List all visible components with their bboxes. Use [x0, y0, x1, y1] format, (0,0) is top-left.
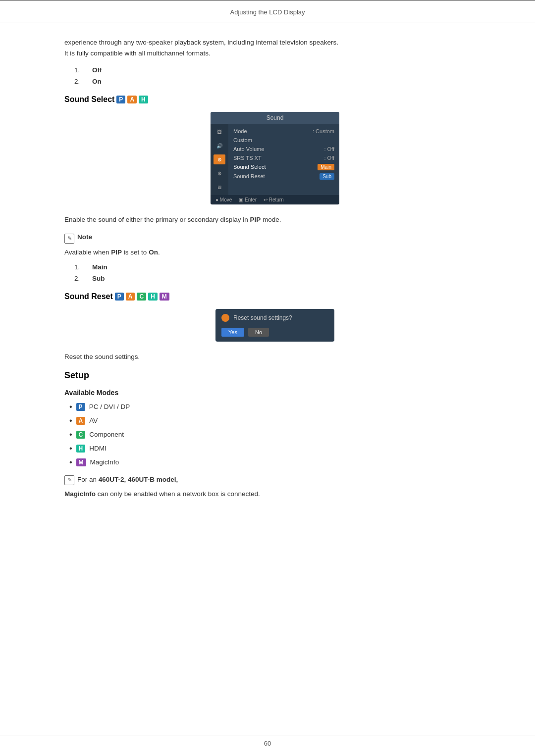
menu-icon-5: 🖥 [214, 182, 225, 192]
reset-dialog-mockup: Reset sound settings? Yes No [64, 309, 485, 342]
menu-footer-return: ↩ Return [264, 197, 284, 202]
content-area: experience through any two-speaker playb… [0, 32, 535, 529]
dialog-text: Reset sound settings? [233, 314, 292, 321]
bullet-pc: • [69, 403, 72, 411]
badge-c: C [76, 431, 86, 439]
header-title: Adjusting the LCD Display [230, 8, 305, 16]
srs-option-2-val: On [92, 78, 102, 85]
menu-soundreset-label: Sound Reset [233, 173, 265, 180]
srs-option-1-num: 1. [74, 66, 84, 74]
dialog-no-button[interactable]: No [248, 328, 269, 337]
menu-mode-label: Mode [233, 128, 247, 134]
badge-m: M [76, 458, 86, 466]
sound-select-badge-h: H [139, 96, 148, 103]
sound-select-option-2: 2. Sub [74, 275, 485, 282]
menu-sidebar: 🖼 🔊 ⚙ ⚙ 🖥 Mode : Custom Custom [211, 124, 339, 195]
sound-menu-mockup: Sound 🖼 🔊 ⚙ ⚙ 🖥 Mode : Custom [64, 112, 485, 204]
menu-srs-val: : Off [324, 155, 334, 161]
menu-soundselect-label: Sound Select [233, 164, 266, 170]
sound-select-option-1-num: 1. [74, 263, 84, 271]
note-block: ✎ Note [64, 233, 485, 244]
menu-soundreset-val: Sub [320, 173, 334, 180]
bottom-border [0, 736, 535, 736]
dialog-buttons: Yes No [215, 325, 334, 342]
avail-mode-av: • A AV [69, 416, 485, 425]
sound-reset-badge-h: H [148, 293, 158, 301]
srs-option-1: 1. Off [74, 66, 485, 74]
sound-select-desc: Enable the sound of either the primary o… [64, 214, 485, 225]
page-number: 60 [264, 740, 271, 747]
sound-select-option-2-num: 2. [74, 275, 84, 282]
sound-reset-heading: Sound Reset P A C H M [64, 292, 485, 301]
badge-h: H [76, 445, 86, 453]
intro-text: experience through any two-speaker playb… [64, 37, 485, 58]
bullet-hdmi: • [69, 444, 72, 453]
menu-row-soundreset: Sound Reset Sub [233, 172, 334, 181]
pip-note-text: Available when PIP is set to On. [64, 248, 485, 257]
top-border [0, 0, 535, 0]
sound-reset-desc: Reset the sound settings. [64, 352, 485, 362]
menu-row-soundselect: Sound Select Main [233, 162, 334, 172]
dialog-yes-button[interactable]: Yes [221, 328, 244, 337]
sound-menu-box: Sound 🖼 🔊 ⚙ ⚙ 🖥 Mode : Custom [211, 112, 339, 204]
menu-autovolume-val: : Off [324, 146, 334, 152]
info-note-text: For an 460UT-2, 460UT-B model, [77, 475, 178, 485]
sound-select-option-2-val: Sub [92, 275, 105, 282]
avail-modes-list: • P PC / DVI / DP • A AV • C Component •… [69, 403, 485, 467]
menu-row-mode: Mode : Custom [233, 127, 334, 136]
menu-footer-move: ● Move [215, 197, 232, 202]
menu-footer: ● Move ▣ Enter ↩ Return [211, 195, 339, 204]
menu-footer-enter: ▣ Enter [239, 197, 257, 202]
avail-modes-heading: Available Modes [64, 389, 485, 397]
menu-row-srs: SRS TS XT : Off [233, 153, 334, 162]
magicinfo-bold: MagicInfo [64, 490, 96, 498]
menu-custom-label: Custom [233, 137, 252, 143]
info-note-block: ✎ For an 460UT-2, 460UT-B model, [64, 475, 485, 485]
srs-option-1-val: Off [92, 66, 102, 74]
srs-options-list: 1. Off 2. On [74, 66, 485, 85]
menu-row-custom: Custom [233, 136, 334, 145]
sound-reset-badge-a: A [126, 293, 135, 301]
mode-hdmi-label: HDMI [89, 445, 107, 452]
page-footer: 60 [0, 740, 535, 747]
badge-a: A [76, 417, 86, 425]
menu-soundselect-val: Main [318, 164, 334, 170]
sound-select-badge-p: P [116, 96, 125, 103]
magic-info-text: MagicInfo can only be enabled when a net… [64, 489, 485, 499]
srs-option-2: 2. On [74, 78, 485, 85]
menu-icon-3-active: ⚙ [214, 154, 225, 164]
srs-option-2-num: 2. [74, 78, 84, 85]
note-icon: ✎ [64, 234, 74, 244]
sound-reset-badge-p: P [115, 293, 124, 301]
sound-reset-label: Sound Reset [64, 292, 113, 301]
page-header: Adjusting the LCD Display [0, 4, 535, 22]
dialog-circle [221, 314, 229, 322]
bullet-av: • [69, 416, 72, 425]
menu-icon-1: 🖼 [214, 127, 225, 137]
dialog-icon-row: Reset sound settings? [215, 309, 334, 325]
page-container: Adjusting the LCD Display experience thr… [0, 0, 535, 756]
menu-mode-val: : Custom [313, 128, 334, 134]
bullet-magicinfo: • [69, 458, 72, 467]
reset-dialog-box: Reset sound settings? Yes No [215, 309, 334, 342]
sound-select-badge-a: A [127, 96, 137, 103]
mode-magicinfo-label: MagicInfo [90, 458, 119, 466]
menu-content: Mode : Custom Custom Auto Volume : Off [228, 124, 339, 195]
mode-component-label: Component [89, 431, 124, 438]
menu-title: Sound [211, 112, 339, 124]
menu-autovolume-label: Auto Volume [233, 146, 264, 152]
sound-reset-badge-m: M [160, 293, 169, 301]
sound-select-option-1-val: Main [92, 263, 107, 271]
sound-select-heading: Sound Select P A H [64, 95, 485, 104]
mode-pc-label: PC / DVI / DP [89, 403, 130, 410]
menu-icons: 🖼 🔊 ⚙ ⚙ 🖥 [211, 124, 228, 195]
sound-select-options-list: 1. Main 2. Sub [74, 263, 485, 282]
setup-heading: Setup [64, 370, 485, 381]
avail-mode-pc: • P PC / DVI / DP [69, 403, 485, 411]
badge-p: P [76, 403, 85, 411]
menu-icon-4: ⚙ [214, 168, 225, 178]
menu-row-autovolume: Auto Volume : Off [233, 145, 334, 153]
model-bold: 460UT-2, 460UT-B model, [99, 476, 178, 483]
avail-mode-component: • C Component [69, 430, 485, 439]
note-label: Note [77, 233, 92, 241]
